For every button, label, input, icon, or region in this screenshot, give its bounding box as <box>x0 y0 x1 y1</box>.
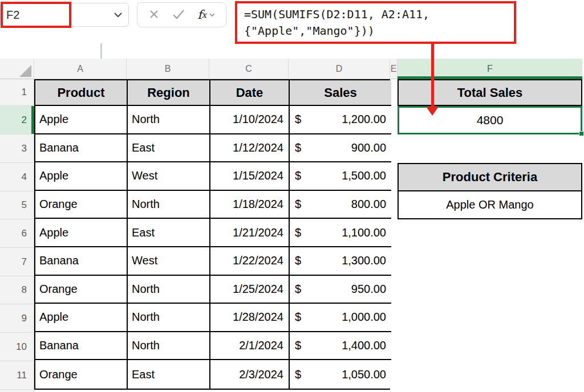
formula-bar-buttons: fx <box>137 2 226 27</box>
cell-a8[interactable]: Orange <box>35 276 128 304</box>
sales-amount: 1,050.00 <box>342 368 386 381</box>
cell-b8[interactable]: North <box>128 276 210 304</box>
sales-amount: 1,100.00 <box>342 226 386 239</box>
table-header-sales[interactable]: Sales <box>290 80 391 106</box>
cell-b9[interactable]: North <box>128 304 210 332</box>
row-header-5[interactable]: 5 <box>0 191 34 219</box>
currency-symbol: $ <box>295 141 301 154</box>
fx-icon: f <box>197 8 202 22</box>
formula-line-2: {"Apple","Mango"})) <box>244 23 514 39</box>
cell-a7[interactable]: Banana <box>35 247 128 276</box>
select-all-triangle-icon <box>19 65 31 77</box>
cell-a10[interactable]: Banana <box>35 332 128 361</box>
cell-c7[interactable]: 1/22/2024 <box>210 247 290 276</box>
cell-d11[interactable]: $1,050.00 <box>290 360 391 389</box>
cell-d5[interactable]: $800.00 <box>290 191 391 219</box>
cell-d9[interactable]: $1,000.00 <box>290 304 391 332</box>
cell-d4[interactable]: $1,500.00 <box>290 162 391 191</box>
criteria-value-cell[interactable]: Apple OR Mango <box>399 191 581 218</box>
cell-b11[interactable]: East <box>128 360 210 389</box>
column-header-strip: A B C D E F <box>0 59 582 79</box>
cell-a2[interactable]: Apple <box>35 106 128 134</box>
row-header-7[interactable]: 7 <box>0 248 34 276</box>
cell-a4[interactable]: Apple <box>35 162 128 191</box>
check-icon <box>172 9 185 21</box>
cell-a3[interactable]: Banana <box>35 134 128 163</box>
formula-bar-input[interactable]: =SUM(SUMIFS(D2:D11, A2:A11, {"Apple","Ma… <box>235 1 516 44</box>
chevron-down-icon[interactable] <box>113 10 123 20</box>
column-header-a[interactable]: A <box>34 59 127 79</box>
name-box[interactable]: F2 <box>0 3 129 27</box>
cell-c10[interactable]: 2/1/2024 <box>210 332 290 361</box>
table-header-region[interactable]: Region <box>128 80 210 106</box>
cell-b5[interactable]: North <box>128 191 210 219</box>
sales-amount: 1,200.00 <box>342 113 386 126</box>
insert-function-button[interactable]: fx <box>197 8 215 22</box>
currency-symbol: $ <box>295 254 301 267</box>
cell-b6[interactable]: East <box>128 219 210 247</box>
cell-c6[interactable]: 1/21/2024 <box>210 219 290 247</box>
currency-symbol: $ <box>295 169 301 182</box>
cancel-button[interactable] <box>148 9 160 22</box>
cell-c4[interactable]: 1/15/2024 <box>210 162 290 191</box>
currency-symbol: $ <box>295 339 301 352</box>
cell-b2[interactable]: North <box>128 106 210 134</box>
table-header-date[interactable]: Date <box>210 80 290 106</box>
row-header-4[interactable]: 4 <box>0 163 34 191</box>
row-header-9[interactable]: 9 <box>0 304 34 333</box>
column-header-e[interactable]: E <box>390 59 398 79</box>
select-all-corner[interactable] <box>0 59 34 79</box>
sales-amount: 1,500.00 <box>342 169 386 182</box>
cell-c5[interactable]: 1/18/2024 <box>210 191 290 219</box>
total-sales-header-cell[interactable]: Total Sales <box>398 79 582 106</box>
cell-a11[interactable]: Orange <box>35 360 128 389</box>
column-header-f-selected[interactable]: F <box>398 59 582 79</box>
cell-a5[interactable]: Orange <box>35 191 128 219</box>
cell-d8[interactable]: $950.00 <box>290 276 391 304</box>
sales-amount: 950.00 <box>351 283 386 296</box>
cell-b4[interactable]: West <box>128 162 210 191</box>
row-header-3[interactable]: 3 <box>0 134 34 163</box>
currency-symbol: $ <box>295 198 301 211</box>
cell-c9[interactable]: 1/28/2024 <box>210 304 290 332</box>
row-header-10[interactable]: 10 <box>0 333 34 361</box>
annotation-arrowhead-icon <box>426 107 439 116</box>
cell-c11[interactable]: 2/3/2024 <box>210 360 290 389</box>
fill-handle[interactable] <box>579 131 584 136</box>
cell-c8[interactable]: 1/25/2024 <box>210 276 290 304</box>
cell-d3[interactable]: $900.00 <box>290 134 391 163</box>
currency-symbol: $ <box>295 311 301 324</box>
cell-d10[interactable]: $1,400.00 <box>290 332 391 361</box>
name-box-value[interactable]: F2 <box>6 9 19 22</box>
cell-b7[interactable]: West <box>128 247 210 276</box>
row-header-6[interactable]: 6 <box>0 219 34 248</box>
table-header-product[interactable]: Product <box>35 80 128 106</box>
column-header-d[interactable]: D <box>289 59 390 79</box>
spreadsheet-app: F2 fx =SUM(SUMIFS(D2:D11, A2:A11, {"Appl… <box>0 0 584 392</box>
cell-b10[interactable]: North <box>128 332 210 361</box>
selected-cell-f2[interactable]: 4800 <box>398 106 582 134</box>
sales-amount: 1,400.00 <box>342 339 386 352</box>
sales-amount: 1,300.00 <box>342 254 386 267</box>
row-header-strip: 1 2 3 4 5 6 7 8 9 10 11 <box>0 79 34 392</box>
column-header-c[interactable]: C <box>209 59 289 79</box>
column-header-b[interactable]: B <box>127 59 209 79</box>
currency-symbol: $ <box>295 113 301 126</box>
currency-symbol: $ <box>295 368 301 381</box>
cell-d6[interactable]: $1,100.00 <box>290 219 391 247</box>
cell-a6[interactable]: Apple <box>35 219 128 247</box>
cell-d7[interactable]: $1,300.00 <box>290 247 391 276</box>
row-header-8[interactable]: 8 <box>0 276 34 304</box>
row-header-2-selected[interactable]: 2 <box>0 106 34 134</box>
cell-c3[interactable]: 1/12/2024 <box>210 134 290 163</box>
row-header-1[interactable]: 1 <box>0 79 34 106</box>
criteria-header-cell[interactable]: Product Criteria <box>399 164 581 191</box>
data-table: Product Region Date Sales Apple North 1/… <box>34 79 390 390</box>
cell-b3[interactable]: East <box>128 134 210 163</box>
cell-c2[interactable]: 1/10/2024 <box>210 106 290 134</box>
row-header-11[interactable]: 11 <box>0 361 34 390</box>
cell-a9[interactable]: Apple <box>35 304 128 332</box>
cell-d2[interactable]: $1,200.00 <box>290 106 391 134</box>
currency-symbol: $ <box>295 226 301 239</box>
enter-button[interactable] <box>172 9 185 21</box>
